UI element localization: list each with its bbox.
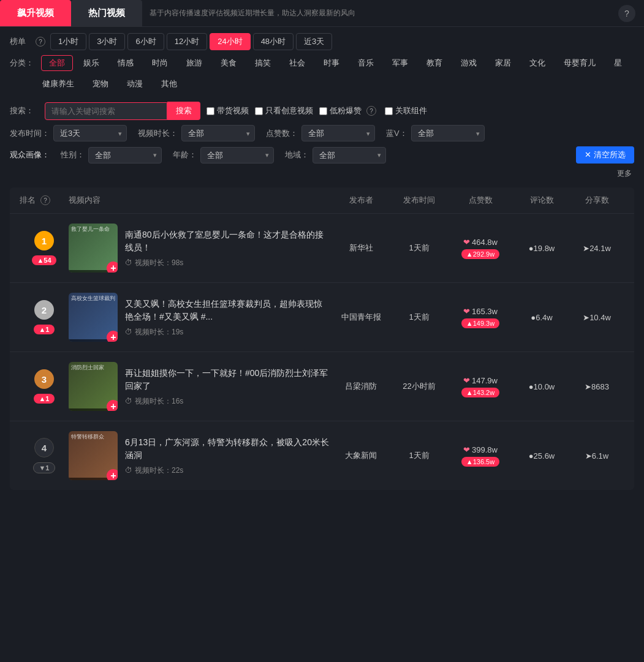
cat-travel[interactable]: 旅游 — [178, 55, 210, 71]
cat-star[interactable]: 星 — [606, 55, 630, 71]
likes-select[interactable]: 全部 1w以上 10w以上 — [301, 125, 375, 141]
cat-fashion[interactable]: 时尚 — [144, 55, 176, 71]
likes-cell: ❤ 464.8w ▲292.9w — [447, 238, 514, 259]
tab-hot[interactable]: 热门视频 — [71, 0, 142, 26]
time-btn-48h[interactable]: 48小时 — [253, 33, 294, 50]
audience-label: 观众画像： — [10, 149, 50, 160]
likes-value: 165.3w — [472, 307, 498, 316]
cat-pets[interactable]: 宠物 — [85, 76, 116, 92]
duration-group: 视频时长： 全部 15s以内 15s-60s — [138, 125, 255, 141]
video-thumbnail[interactable]: 特警转移群众 + — [69, 431, 118, 480]
checkbox-lowfans[interactable] — [319, 107, 327, 115]
checkbox-goods[interactable] — [206, 107, 214, 115]
heart-icon: ❤ — [463, 238, 470, 247]
checkbox-creative-text: 只看创意视频 — [265, 105, 313, 116]
publisher-cell: 大象新闻 — [330, 450, 392, 461]
lowfans-help-icon[interactable]: ? — [366, 106, 376, 116]
cat-culture[interactable]: 文化 — [521, 55, 553, 71]
publish-time-label: 发布时间： — [10, 128, 50, 139]
duration-text: 视频时长：16s — [135, 396, 183, 407]
likes-badge: ▲136.5w — [461, 457, 499, 467]
category-row-1: 分类： 全部 娱乐 情感 时尚 旅游 美食 搞笑 社会 时事 音乐 军事 教育 … — [10, 55, 634, 71]
cat-funny[interactable]: 搞笑 — [247, 55, 279, 71]
cat-entertainment[interactable]: 娱乐 — [75, 55, 107, 71]
col-content-header: 视频内容 — [69, 195, 330, 206]
time-btn-6h[interactable]: 6小时 — [127, 33, 164, 50]
comments-cell: ●10.0w — [514, 382, 569, 391]
cat-education[interactable]: 教育 — [419, 55, 450, 71]
video-thumbnail[interactable]: 消防烈士回家 + — [69, 362, 118, 411]
thumb-text: 救了婴儿一条命 — [71, 226, 115, 233]
search-input-group: 搜索 — [45, 102, 200, 120]
rank-help-icon[interactable]: ? — [40, 195, 50, 205]
cat-food[interactable]: 美食 — [213, 55, 244, 71]
time-btn-1h[interactable]: 1小时 — [50, 33, 86, 50]
publish-time-select[interactable]: 近3天 近1天 近1周 — [53, 125, 127, 141]
search-input[interactable] — [45, 102, 167, 120]
checkbox-creative[interactable] — [255, 107, 263, 115]
likes-value: 147.9w — [472, 376, 498, 385]
cat-games[interactable]: 游戏 — [453, 55, 485, 71]
region-group: 地域： 全部 — [285, 147, 386, 164]
time-btn-24h[interactable]: 24小时 — [210, 33, 250, 50]
region-select[interactable]: 全部 — [313, 147, 386, 164]
heart-icon: ❤ — [463, 445, 470, 454]
checkbox-goods-label[interactable]: 带货视频 — [206, 105, 249, 116]
cat-music[interactable]: 音乐 — [350, 55, 382, 71]
video-thumbnail[interactable]: 高校女生篮球裁判 + — [69, 293, 118, 342]
region-label: 地域： — [285, 149, 309, 160]
gender-select[interactable]: 全部 男 女 — [88, 147, 162, 164]
checkbox-group[interactable] — [385, 107, 393, 115]
rank-cell: 3 ▲1 — [20, 369, 69, 404]
checkbox-goods-text: 带货视频 — [217, 105, 249, 116]
ranking-time-row: 榜单 ? 1小时 3小时 6小时 12小时 24小时 48小时 近3天 — [10, 33, 634, 50]
checkbox-creative-label[interactable]: 只看创意视频 — [255, 105, 313, 116]
cat-other[interactable]: 其他 — [153, 76, 185, 92]
likes-badge: ▲143.2w — [461, 388, 499, 397]
checkbox-group-label[interactable]: 关联组件 — [385, 105, 427, 116]
cat-anime[interactable]: 动漫 — [119, 76, 151, 92]
shares-cell: ➤24.1w — [569, 244, 624, 253]
cat-all[interactable]: 全部 — [41, 55, 73, 71]
clear-all-button[interactable]: ✕ 清空所选 — [576, 146, 634, 164]
add-button[interactable]: + — [107, 261, 118, 273]
time-btn-12h[interactable]: 12小时 — [167, 33, 207, 50]
col-shares-header: 分享数 — [569, 195, 624, 206]
cat-parenting[interactable]: 母婴育儿 — [556, 55, 604, 71]
cat-news[interactable]: 时事 — [316, 55, 347, 71]
video-title: 再让姐姐摸你一下，一下就好！#00后消防烈士刘泽军回家了 — [125, 367, 330, 393]
time-btn-3d[interactable]: 近3天 — [296, 33, 332, 50]
add-button[interactable]: + — [107, 469, 118, 480]
age-select[interactable]: 全部 18-24 25-35 — [200, 147, 274, 164]
tab-rising[interactable]: 飙升视频 — [0, 0, 71, 26]
checkbox-lowfans-label[interactable]: 低粉爆赞 ? — [319, 105, 379, 116]
likes-select-wrapper: 全部 1w以上 10w以上 — [301, 125, 375, 141]
time-btn-3h[interactable]: 3小时 — [89, 33, 125, 50]
rank-change: ▲1 — [34, 325, 54, 334]
category-label: 分类： — [10, 58, 34, 69]
table-row: 3 ▲1 消防烈士回家 + 再让姐姐摸你一下，一下就好！#00后消防烈士刘泽军回… — [10, 352, 634, 421]
video-thumbnail[interactable]: 救了婴儿一条命 + — [69, 224, 118, 273]
ranking-help-icon[interactable]: ? — [36, 37, 45, 47]
clock-icon: ⏱ — [125, 328, 132, 336]
help-icon[interactable]: ? — [618, 5, 635, 22]
duration-select[interactable]: 全部 15s以内 15s-60s — [181, 125, 255, 141]
cat-emotion[interactable]: 情感 — [110, 55, 142, 71]
search-button[interactable]: 搜索 — [167, 102, 200, 120]
publisher-cell: 新华社 — [330, 243, 392, 254]
thumb-text: 高校女生篮球裁判 — [71, 295, 115, 303]
add-button[interactable]: + — [107, 331, 118, 342]
video-duration: ⏱ 视频时长：16s — [125, 396, 330, 407]
likes-group: 点赞数： 全部 1w以上 10w以上 — [266, 125, 375, 141]
video-title: 又美又飒！高校女生担任篮球赛裁判员，超帅表现惊艳全场！#又美又飒 #... — [125, 298, 330, 323]
content-cell: 消防烈士回家 + 再让姐姐摸你一下，一下就好！#00后消防烈士刘泽军回家了 ⏱ … — [69, 362, 330, 411]
cat-military[interactable]: 军事 — [384, 55, 416, 71]
cat-society[interactable]: 社会 — [281, 55, 313, 71]
table-row: 4 ▼1 特警转移群众 + 6月13日，广东河源，特警为转移群众，被吸入20米长… — [10, 421, 634, 490]
cat-health[interactable]: 健康养生 — [34, 76, 82, 92]
more-link[interactable]: 更多 — [10, 168, 634, 179]
add-button[interactable]: + — [107, 400, 118, 411]
thumb-text: 消防烈士回家 — [71, 364, 115, 372]
bluev-select[interactable]: 全部 是 否 — [411, 125, 485, 141]
cat-home[interactable]: 家居 — [487, 55, 519, 71]
